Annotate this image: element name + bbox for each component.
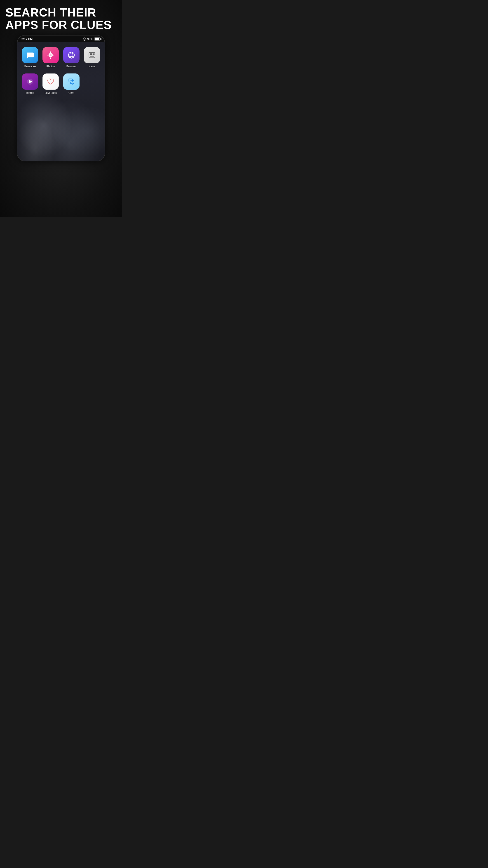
lovebook-label: LoveBook (45, 91, 57, 94)
status-bar: 2:17 PM 90% (18, 35, 105, 42)
phone-frame: 2:17 PM 90% Messages (17, 35, 105, 161)
news-icon (84, 47, 100, 63)
no-signal-icon (83, 37, 86, 41)
app-interflix[interactable]: Interflix (20, 71, 40, 98)
svg-point-23 (72, 80, 72, 81)
lovebook-icon (42, 73, 59, 90)
photos-icon (42, 47, 59, 63)
app-browser[interactable]: Browser (61, 45, 82, 71)
apps-grid: Messages Photos (18, 42, 105, 98)
interflix-label: Interflix (26, 91, 34, 94)
app-chat[interactable]: Chat (61, 71, 82, 98)
svg-rect-13 (89, 53, 95, 58)
app-messages[interactable]: Messages (20, 45, 40, 71)
messages-icon (22, 47, 38, 63)
svg-line-1 (84, 38, 86, 40)
browser-label: Browser (66, 65, 76, 68)
news-label: News (89, 65, 95, 68)
app-photos[interactable]: Photos (40, 45, 61, 71)
chat-label: Chat (68, 91, 74, 94)
browser-icon (63, 47, 79, 63)
photos-label: Photos (46, 65, 55, 68)
app-lovebook[interactable]: LoveBook (40, 71, 61, 98)
status-time: 2:17 PM (22, 37, 33, 41)
svg-rect-14 (90, 54, 92, 55)
status-right: 90% (83, 37, 101, 41)
battery-percent: 90% (87, 37, 93, 41)
battery-icon (94, 37, 101, 40)
phone-bottom-area (18, 98, 105, 161)
svg-point-22 (71, 80, 72, 81)
svg-point-21 (70, 80, 71, 81)
messages-label: Messages (24, 65, 36, 68)
app-news[interactable]: News (82, 45, 103, 71)
chat-icon (63, 73, 79, 90)
phone-screen: Messages Photos (18, 42, 105, 161)
headline-text: SEARCH THEIR APPS FOR CLUES (0, 0, 122, 35)
interflix-icon (22, 73, 38, 90)
